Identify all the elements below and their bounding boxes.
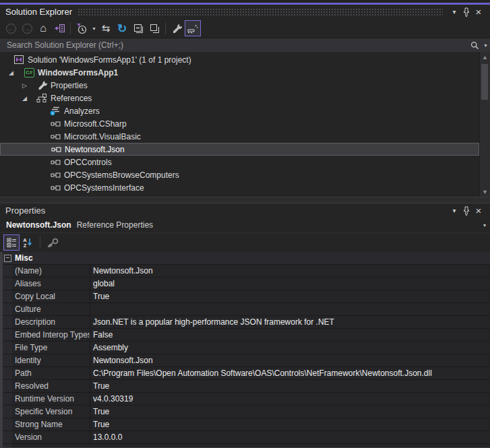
scroll-down-icon[interactable]: ▼ (480, 187, 490, 197)
panel-splitter[interactable] (0, 197, 490, 203)
window-position-chevron-icon[interactable]: ▾ (448, 6, 460, 18)
property-value[interactable]: v4.0.30319 (90, 393, 490, 405)
assembly-reference-icon (50, 157, 61, 168)
close-icon[interactable]: × (472, 205, 485, 217)
tree-item-label: Newtonsoft.Json (65, 145, 125, 154)
property-row-path[interactable]: Path C:\Program Files\Open Automation So… (3, 367, 490, 380)
close-icon[interactable]: × (472, 6, 485, 18)
property-row-resolved[interactable]: Resolved True (3, 380, 490, 393)
scroll-up-icon[interactable]: ▲ (480, 52, 490, 62)
expanded-arrow-icon[interactable]: ◢ (9, 69, 13, 76)
solution-explorer-titlebar[interactable]: Solution Explorer ▾ × (0, 5, 490, 19)
pin-icon[interactable] (460, 205, 472, 217)
tree-item-opccontrols[interactable]: OPCControls (0, 156, 479, 168)
property-row-runtime-version[interactable]: Runtime Version v4.0.30319 (3, 393, 490, 406)
assembly-reference-icon (50, 183, 61, 193)
property-value[interactable] (90, 303, 490, 315)
property-value[interactable]: True (90, 406, 490, 418)
property-value[interactable]: C:\Program Files\Open Automation Softwar… (90, 367, 490, 379)
tree-item-opcsystemsinterface[interactable]: OPCSystemsInterface (0, 181, 479, 194)
solution-explorer-toolbar: ← → ⌂ ▾ ⇆ ↻ (0, 19, 490, 38)
properties-wrench-button[interactable] (169, 20, 185, 36)
combobox-dropdown-icon[interactable]: ▾ (483, 222, 486, 228)
tree-scrollbar[interactable]: ▲ ▼ (479, 52, 490, 197)
property-value[interactable]: False (90, 329, 490, 341)
property-label: (Name) (3, 265, 90, 277)
search-input[interactable]: Search Solution Explorer (Ctrl+;) (0, 40, 468, 50)
category-row-misc[interactable]: − Misc (3, 252, 490, 265)
property-label: File Type (3, 342, 90, 354)
property-label: Culture (3, 303, 90, 315)
property-row-name[interactable]: (Name) Newtonsoft.Json (3, 265, 490, 278)
filter-dropdown-icon[interactable]: ▾ (90, 20, 98, 36)
back-button[interactable]: ← (3, 20, 19, 36)
tree-item-references[interactable]: ◢ References (0, 92, 479, 104)
properties-titlebar[interactable]: Properties ▾ × (0, 203, 490, 218)
search-icon (468, 39, 481, 51)
search-options-dropdown-icon[interactable]: ▾ (481, 39, 490, 51)
tree-item-label: Analyzers (64, 106, 100, 116)
object-name: Newtonsoft.Json (6, 220, 71, 230)
property-pages-key-button[interactable] (44, 234, 61, 251)
property-value[interactable]: 13.0.0.0 (90, 431, 490, 443)
property-row-copy-local[interactable]: Copy Local True (3, 290, 490, 303)
solution-tree: Solution 'WindowsFormsApp1' (1 of 1 proj… (0, 52, 479, 197)
scrollbar-thumb[interactable] (481, 64, 488, 100)
collapsed-arrow-icon[interactable]: ▷ (22, 82, 27, 89)
refresh-button[interactable]: ↻ (114, 20, 130, 36)
tree-item-label: Microsoft.VisualBasic (64, 132, 141, 141)
assembly-reference-icon (51, 144, 61, 155)
property-row-file-type[interactable]: File Type Assembly (3, 342, 490, 354)
titlebar-drag-dots (78, 8, 443, 15)
property-row-identity[interactable]: Identity Newtonsoft.Json (3, 354, 490, 367)
property-label: Description (3, 316, 90, 328)
tree-item-solution[interactable]: Solution 'WindowsFormsApp1' (1 of 1 proj… (0, 53, 479, 66)
tree-item-analyzers[interactable]: i Analyzers (0, 104, 479, 117)
collapse-category-icon[interactable]: − (4, 255, 11, 262)
show-all-files-button[interactable] (185, 20, 201, 36)
property-row-embed-interop-types[interactable]: Embed Interop Types False (3, 329, 490, 342)
collapse-all-button[interactable] (130, 20, 146, 36)
property-value[interactable]: True (90, 418, 490, 430)
property-row-strong-name[interactable]: Strong Name True (3, 418, 490, 431)
expanded-arrow-icon[interactable]: ◢ (22, 95, 27, 102)
property-row-description[interactable]: Description Json.NET is a popular high-p… (3, 316, 490, 329)
solution-icon (13, 55, 24, 65)
pending-changes-filter-button[interactable] (73, 20, 90, 36)
tree-item-properties[interactable]: ▷ Properties (0, 79, 479, 92)
property-value[interactable]: True (90, 290, 490, 302)
alphabetical-button[interactable]: A Z (20, 234, 36, 251)
property-value[interactable]: Assembly (90, 342, 490, 354)
forward-button[interactable]: → (19, 20, 35, 36)
property-value[interactable]: True (90, 380, 490, 392)
property-row-culture[interactable]: Culture (3, 303, 490, 316)
switch-views-button[interactable]: ⇆ (98, 20, 114, 36)
tree-item-microsoft-visualbasic[interactable]: Microsoft.VisualBasic (0, 130, 479, 143)
tree-item-windowsformsapp1[interactable]: ◢ C# WindowsFormsApp1 (0, 66, 479, 79)
property-row-specific-version[interactable]: Specific Version True (3, 406, 490, 418)
toolbar-separator (165, 22, 166, 34)
tree-item-label: OPCSystemsInterface (64, 183, 144, 193)
tree-item-microsoft-csharp[interactable]: Microsoft.CSharp (0, 117, 479, 130)
home-button[interactable]: ⌂ (35, 20, 51, 36)
property-value[interactable]: Newtonsoft.Json (90, 265, 490, 277)
analyzers-icon: i (50, 106, 61, 117)
properties-object-combobox[interactable]: Newtonsoft.Json Reference Properties ▾ (0, 218, 490, 233)
categorized-button[interactable] (3, 234, 20, 251)
preview-selected-items-button[interactable] (146, 20, 162, 36)
solution-explorer-search[interactable]: Search Solution Explorer (Ctrl+;) ▾ (0, 38, 490, 52)
property-value[interactable]: Newtonsoft.Json (90, 354, 490, 366)
csharp-project-icon: C# (24, 67, 34, 78)
tree-item-opcsystemsbrowsecomputers[interactable]: OPCSystemsBrowseComputers (0, 168, 479, 181)
window-position-chevron-icon[interactable]: ▾ (448, 205, 460, 217)
property-value[interactable]: Json.NET is a popular high-performance J… (90, 316, 490, 328)
property-value[interactable]: global (90, 278, 490, 290)
toolbar-separator (40, 236, 40, 249)
pin-icon[interactable] (460, 6, 472, 18)
property-row-aliases[interactable]: Aliases global (3, 278, 490, 290)
properties-toolbar: A Z (0, 233, 490, 252)
tree-item-newtonsoft-json[interactable]: Newtonsoft.Json (0, 143, 479, 156)
tree-item-label: Properties (51, 81, 88, 90)
property-row-version[interactable]: Version 13.0.0.0 (3, 431, 490, 444)
sync-with-active-document-button[interactable] (51, 20, 67, 36)
